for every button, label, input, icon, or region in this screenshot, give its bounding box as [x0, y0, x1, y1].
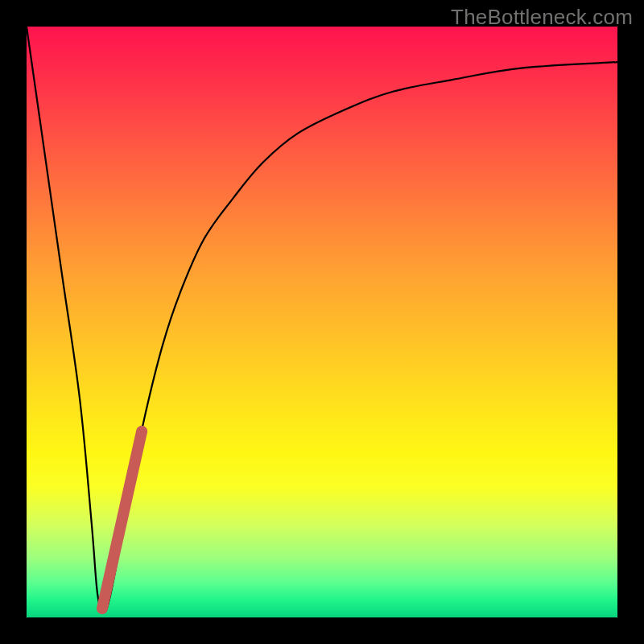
highlight-segment-path	[102, 431, 142, 609]
plot-area	[27, 27, 617, 617]
bottleneck-curve-path	[27, 27, 617, 612]
chart-frame: TheBottleneck.com	[0, 0, 644, 644]
attribution-text: TheBottleneck.com	[451, 5, 633, 30]
chart-svg	[27, 27, 617, 617]
